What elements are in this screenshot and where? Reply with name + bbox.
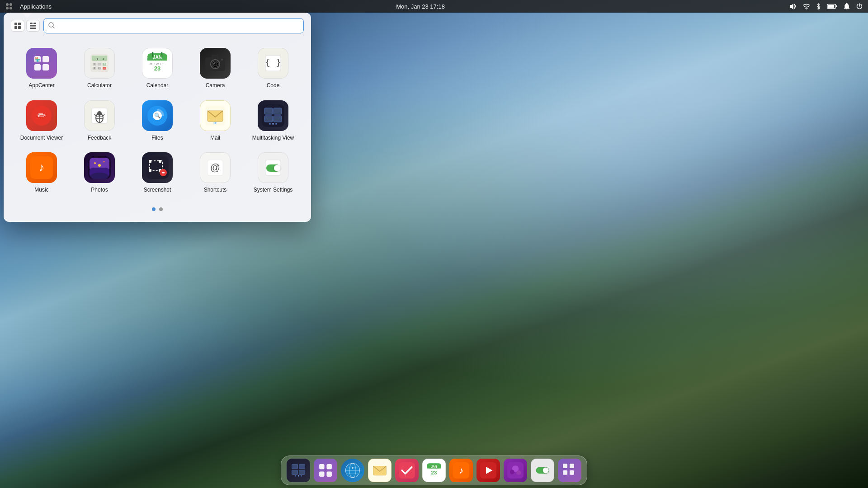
svg-rect-9 xyxy=(14,23,17,25)
screenshot-icon xyxy=(142,152,173,183)
app-launcher: 🏪 AppCenter + + xyxy=(4,13,311,222)
svg-point-2 xyxy=(6,7,9,9)
app-item-files[interactable]: 🔍 Files xyxy=(128,94,186,146)
code-label: Code xyxy=(267,82,280,89)
svg-text:+: + xyxy=(96,57,99,61)
svg-rect-150 xyxy=(563,470,567,475)
app-menu-icon xyxy=(5,3,13,10)
app-item-code[interactable]: { } Code xyxy=(244,42,302,94)
menubar-app-name[interactable]: Applications xyxy=(20,3,52,10)
app-item-system-settings[interactable]: System Settings xyxy=(244,146,302,198)
dock-item-mail[interactable] xyxy=(368,459,392,482)
svg-rect-8 xyxy=(828,5,835,8)
svg-point-86 xyxy=(269,123,271,125)
app-item-appcenter[interactable]: 🏪 AppCenter xyxy=(13,42,71,94)
page-dot-1[interactable] xyxy=(152,207,156,211)
shortcuts-label: Shortcuts xyxy=(204,187,227,194)
svg-point-57 xyxy=(221,59,223,61)
svg-rect-149 xyxy=(570,464,574,468)
calculator-label: Calculator xyxy=(87,82,112,89)
dock-item-photos[interactable] xyxy=(504,459,527,482)
svg-text:JAN: JAN xyxy=(153,55,162,60)
appcenter-label: AppCenter xyxy=(28,82,54,89)
page-dot-2[interactable] xyxy=(159,207,163,211)
menubar-right xyxy=(789,3,863,10)
svg-text:@: @ xyxy=(210,162,220,173)
photos-icon xyxy=(84,152,115,183)
svg-rect-13 xyxy=(30,23,33,24)
svg-rect-120 xyxy=(319,464,324,469)
dock-item-multitasking[interactable] xyxy=(287,459,310,482)
svg-point-118 xyxy=(298,475,299,477)
app-item-document-viewer[interactable]: ✏ Document Viewer xyxy=(13,94,71,146)
app-item-multitasking[interactable]: Multitasking View xyxy=(244,94,302,146)
svg-point-119 xyxy=(301,475,302,477)
app-item-photos[interactable]: Photos xyxy=(71,146,128,198)
dock-item-music[interactable]: ♪ xyxy=(449,459,473,482)
files-label: Files xyxy=(151,135,163,142)
dock-item-store[interactable] xyxy=(558,459,581,482)
svg-text:F: F xyxy=(163,62,165,66)
svg-rect-105 xyxy=(162,172,165,174)
dock-item-browser[interactable]: e xyxy=(341,459,364,482)
svg-rect-101 xyxy=(159,160,161,163)
photos-label: Photos xyxy=(91,187,108,194)
svg-point-112 xyxy=(274,165,280,171)
dock-item-appcenter[interactable] xyxy=(314,459,337,482)
camera-label: Camera xyxy=(206,82,225,89)
svg-rect-113 xyxy=(292,464,298,469)
mail-icon: 📧 xyxy=(200,100,231,131)
shortcuts-icon: @ xyxy=(200,152,231,183)
list-view-button[interactable] xyxy=(26,20,40,32)
dock-item-videos[interactable] xyxy=(476,459,500,482)
app-item-feedback[interactable]: Feedback xyxy=(71,94,128,146)
app-item-calendar[interactable]: JAN M T W T F 23 Calendar xyxy=(128,42,186,94)
svg-text:🔍: 🔍 xyxy=(154,112,161,119)
svg-rect-10 xyxy=(18,23,21,25)
calendar-icon: JAN M T W T F 23 xyxy=(142,48,173,79)
music-label: Music xyxy=(34,187,48,194)
appcenter-icon: 🏪 xyxy=(26,48,57,79)
search-bar[interactable] xyxy=(43,18,304,33)
svg-point-87 xyxy=(272,123,274,125)
dock-item-tasks[interactable] xyxy=(395,459,419,482)
app-item-mail[interactable]: 📧 Mail xyxy=(186,94,244,146)
svg-text:e: e xyxy=(352,465,354,469)
notification-icon[interactable] xyxy=(844,3,850,10)
files-icon: 🔍 xyxy=(142,100,173,131)
app-item-shortcuts[interactable]: @ Shortcuts xyxy=(186,146,244,198)
power-icon[interactable] xyxy=(856,3,863,9)
svg-point-95 xyxy=(104,161,105,163)
svg-text:−: − xyxy=(99,62,100,66)
app-item-camera[interactable]: Camera xyxy=(186,42,244,94)
svg-rect-21 xyxy=(34,64,41,70)
svg-text:📧: 📧 xyxy=(213,121,217,125)
svg-rect-25 xyxy=(92,56,107,61)
search-input[interactable] xyxy=(57,22,299,29)
app-item-screenshot[interactable]: Screenshot xyxy=(128,146,186,198)
dock-item-settings[interactable] xyxy=(531,459,554,482)
svg-text:÷: ÷ xyxy=(104,66,105,70)
svg-rect-84 xyxy=(264,116,273,122)
system-settings-icon xyxy=(258,152,288,183)
svg-rect-22 xyxy=(42,64,49,70)
app-item-music[interactable]: ♪ Music xyxy=(13,146,71,198)
svg-text:♪: ♪ xyxy=(459,465,463,475)
svg-rect-20 xyxy=(42,56,49,62)
svg-rect-85 xyxy=(274,116,282,122)
multitasking-label: Multitasking View xyxy=(252,135,294,142)
svg-text:M: M xyxy=(150,62,152,66)
svg-rect-102 xyxy=(149,169,151,172)
music-icon: ♪ xyxy=(26,152,57,183)
svg-text:7: 7 xyxy=(94,66,95,70)
bluetooth-icon xyxy=(816,3,821,10)
svg-point-96 xyxy=(98,164,101,167)
calendar-label: Calendar xyxy=(146,82,169,89)
dock-item-calendar[interactable]: JAN 23 xyxy=(422,459,446,482)
app-item-calculator[interactable]: + + + − × 7 8 ÷ xyxy=(71,42,128,94)
grid-view-button[interactable] xyxy=(11,20,24,32)
svg-text:JAN: JAN xyxy=(431,465,437,468)
svg-rect-148 xyxy=(563,464,567,468)
svg-rect-11 xyxy=(14,26,17,29)
svg-rect-121 xyxy=(326,464,331,469)
